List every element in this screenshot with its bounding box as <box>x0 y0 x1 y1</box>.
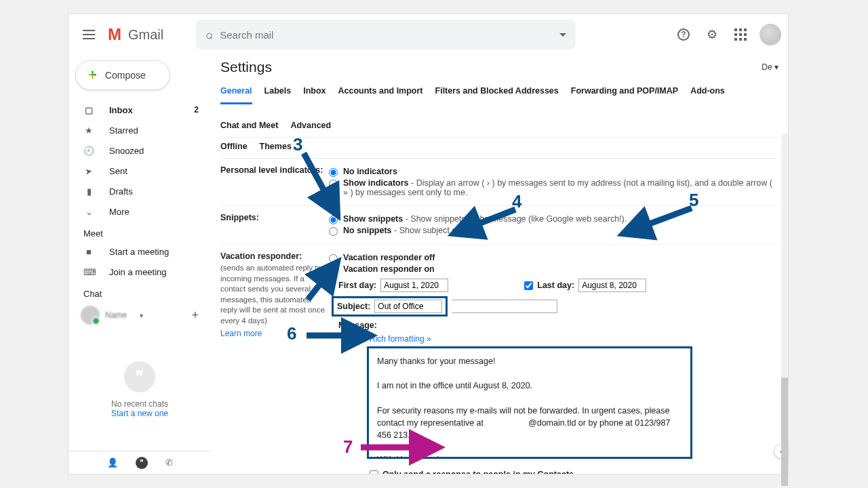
drafts-icon: ▮ <box>83 186 94 197</box>
sidebar: + Compose ▢Inbox2 ★Starred 🕘Snoozed ➤Sen… <box>68 55 211 474</box>
contacts-only-label: Only send a response to people in my Con… <box>382 470 574 474</box>
subject-input-ext[interactable] <box>452 300 557 313</box>
main-menu-button[interactable] <box>75 21 102 48</box>
top-bar: M Gmail ⌕ ? ⚙ <box>68 14 788 55</box>
phone-tab-icon[interactable]: ✆ <box>165 458 173 468</box>
sidebar-item-starred[interactable]: ★Starred <box>68 120 211 140</box>
search-bar[interactable]: ⌕ <box>196 20 576 49</box>
help-icon: ? <box>677 28 690 41</box>
sidebar-item-more[interactable]: ⌄More <box>68 201 211 222</box>
arrow-4 <box>448 207 522 241</box>
arrow-6b <box>305 328 380 343</box>
search-options-dropdown[interactable] <box>559 33 566 37</box>
start-meeting[interactable]: ■Start a meeting <box>68 241 211 262</box>
settings-tabs: General Labels Inbox Accounts and Import… <box>220 82 778 138</box>
meet-section-header: Meet <box>68 222 211 241</box>
search-icon: ⌕ <box>205 28 213 42</box>
svg-line-2 <box>623 208 692 234</box>
arrow-3 <box>298 148 346 222</box>
svg-line-1 <box>453 209 515 234</box>
star-icon: ★ <box>83 125 94 136</box>
arrow-7 <box>359 441 448 454</box>
contacts-tab-icon[interactable]: 👤 <box>107 458 118 468</box>
last-day-input[interactable] <box>578 279 646 292</box>
chat-avatar <box>81 306 100 325</box>
compose-button[interactable]: + Compose <box>75 60 170 90</box>
arrow-6a <box>304 258 344 305</box>
gear-icon: ⚙ <box>707 27 717 42</box>
tab-chatmeet[interactable]: Chat and Meet <box>220 117 278 137</box>
compose-label: Compose <box>105 70 146 81</box>
arrow-5 <box>617 205 698 239</box>
hangouts-no-recent: No recent chats <box>111 399 168 409</box>
account-avatar[interactable] <box>760 24 781 45</box>
search-input[interactable] <box>220 29 559 41</box>
apps-icon <box>734 28 747 41</box>
subject-input[interactable] <box>374 300 442 313</box>
last-day-checkbox[interactable] <box>524 281 533 290</box>
sidebar-item-drafts[interactable]: ▮Drafts <box>68 181 211 201</box>
google-apps-button[interactable] <box>731 25 750 44</box>
hamburger-icon <box>83 34 95 35</box>
last-day-label: Last day: <box>537 281 574 290</box>
tab-themes[interactable]: Themes <box>260 138 292 158</box>
content-scrollbar[interactable] <box>781 134 788 488</box>
new-chat-button[interactable]: + <box>191 308 199 323</box>
svg-line-3 <box>308 262 338 300</box>
chat-self-row[interactable]: Name ▾ + <box>68 302 211 329</box>
subject-highlight-box: Subject: <box>332 296 448 317</box>
keyboard-icon: ⌨ <box>83 267 94 277</box>
tab-inbox[interactable]: Inbox <box>303 82 326 104</box>
annotation-5: 5 <box>689 190 698 211</box>
tab-filters[interactable]: Filters and Blocked Addresses <box>435 82 559 104</box>
tab-accounts[interactable]: Accounts and Import <box>338 82 423 104</box>
tab-offline[interactable]: Offline <box>220 138 248 158</box>
gmail-logo-icon: M <box>108 25 121 44</box>
hangouts-icon: ❞ <box>124 361 155 392</box>
sidebar-bottom-tabs: 👤 ❞ ✆ <box>68 451 211 474</box>
chevron-down-icon[interactable]: ▾ <box>140 312 143 319</box>
sidebar-item-inbox[interactable]: ▢Inbox2 <box>68 100 211 120</box>
settings-button[interactable]: ⚙ <box>703 25 722 44</box>
radio-no-snippets[interactable] <box>329 227 338 236</box>
page-title: Settings <box>220 59 272 75</box>
svg-line-0 <box>304 153 338 216</box>
settings-panel: Settings De ▾ General Labels Inbox Accou… <box>211 55 788 474</box>
chat-section-header: Chat <box>68 282 211 302</box>
annotation-3: 3 <box>293 134 302 155</box>
annotation-4: 4 <box>512 191 521 212</box>
hangouts-empty: ❞ No recent chats Start a new one <box>68 329 211 451</box>
gmail-window: M Gmail ⌕ ? ⚙ + Compose ▢Inbox2 ★Starred… <box>68 14 789 474</box>
contacts-only-checkbox[interactable] <box>370 470 378 474</box>
chat-username: Name <box>105 310 132 320</box>
annotation-6: 6 <box>287 323 296 344</box>
sidebar-item-sent[interactable]: ➤Sent <box>68 161 211 181</box>
video-icon: ■ <box>83 247 94 257</box>
tab-general[interactable]: General <box>220 82 252 104</box>
chevron-down-icon: ⌄ <box>83 207 94 217</box>
gmail-logo-text: Gmail <box>128 27 163 43</box>
tab-forwarding[interactable]: Forwarding and POP/IMAP <box>571 82 678 104</box>
clock-icon: 🕘 <box>83 146 94 156</box>
tab-labels[interactable]: Labels <box>264 82 292 104</box>
plus-icon: + <box>88 66 97 84</box>
help-button[interactable]: ? <box>674 25 693 44</box>
inbox-icon: ▢ <box>83 105 94 115</box>
hangouts-start-link[interactable]: Start a new one <box>111 409 168 418</box>
first-day-input[interactable] <box>380 279 448 292</box>
annotation-7: 7 <box>343 436 353 458</box>
language-switch[interactable]: De ▾ <box>762 62 778 72</box>
sidebar-item-snoozed[interactable]: 🕘Snoozed <box>68 140 211 161</box>
tab-addons[interactable]: Add-ons <box>690 82 725 104</box>
hangouts-tab-icon[interactable]: ❞ <box>136 457 148 469</box>
join-meeting[interactable]: ⌨Join a meeting <box>68 262 211 282</box>
sent-icon: ➤ <box>83 165 95 177</box>
